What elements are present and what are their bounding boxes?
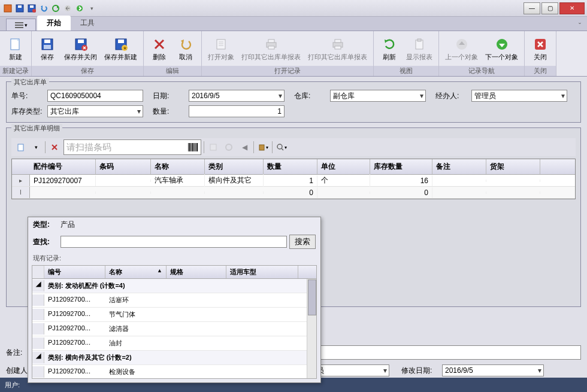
svg-rect-32 <box>335 46 341 49</box>
agent-label: 经办人: <box>435 91 469 101</box>
col-code[interactable]: 配件编号 <box>30 159 96 174</box>
popup-grid: 编号 名称 ▲ 规格 适用车型 ◢类别: 发动机配件 (计数=4) PJ1209… <box>32 265 317 379</box>
tab-tools[interactable]: 工具 <box>71 16 104 31</box>
cancel-button[interactable]: 取消 <box>173 36 199 63</box>
undo-icon <box>178 37 193 51</box>
svg-rect-20 <box>118 39 124 43</box>
save-button[interactable]: 保存 <box>34 36 60 63</box>
svg-text:★: ★ <box>122 45 126 51</box>
svg-rect-4 <box>30 5 34 8</box>
popup-item-row[interactable]: PJ12092700...活塞环 <box>32 293 316 308</box>
popup-scrollbar[interactable] <box>307 279 316 378</box>
warehouse-combo[interactable]: 副仓库 <box>330 90 426 102</box>
pcol-spec[interactable]: 规格 <box>167 266 226 278</box>
svg-rect-29 <box>268 46 274 49</box>
svg-rect-45 <box>196 143 198 151</box>
close-button[interactable]: 关闭 <box>527 36 553 63</box>
collapse-icon[interactable]: ◢ <box>32 280 44 291</box>
header-fieldset: 其它出库单 单号: 日期: 2016/9/5 仓库: 副仓库 经办人: 管理员 … <box>6 81 581 123</box>
next-icon[interactable] <box>74 3 85 14</box>
minimize-button[interactable]: — <box>524 2 540 14</box>
table-row-new[interactable]: I 0 0 <box>12 187 575 199</box>
popup-group-row[interactable]: ◢类别: 横向件及其它 (计数=2) <box>32 351 316 365</box>
pcol-model[interactable]: 适用车型 <box>226 266 298 278</box>
moddate-combo[interactable]: 2016/9/5 <box>442 364 544 376</box>
app-icon <box>2 3 13 14</box>
maximize-button[interactable]: ▢ <box>541 2 558 14</box>
tab-start[interactable]: 开始 <box>37 16 71 31</box>
toolbar-prev-icon: ◀ <box>238 141 251 154</box>
col-qty[interactable]: 数量 <box>264 159 317 174</box>
date-combo[interactable]: 2016/9/5 <box>189 90 285 102</box>
popup-item-row[interactable]: PJ12092700...油封 <box>32 336 316 351</box>
toolbar-new-icon[interactable] <box>14 141 27 154</box>
warehouse-label: 仓库: <box>294 91 328 101</box>
toolbar-search-icon[interactable]: ▾ <box>275 141 288 154</box>
popup-existing-label: 现有记录: <box>28 251 320 265</box>
popup-group-row[interactable]: ◢类别: 发动机配件 (计数=4) <box>32 279 316 293</box>
pcol-name[interactable]: 名称 ▲ <box>105 266 167 278</box>
delete-icon <box>152 37 167 51</box>
undo-icon[interactable] <box>38 3 49 14</box>
save-new-button[interactable]: ★保存并新建 <box>101 36 141 63</box>
pcol-code[interactable]: 编号 <box>44 266 105 278</box>
clipboard-icon <box>412 37 426 51</box>
toolbar-dropdown-icon[interactable]: ▾ <box>29 141 43 154</box>
popup-item-row[interactable]: PJ12092700...节气门体 <box>32 308 316 322</box>
table-row[interactable]: ▸ PJ1209270007 汽车轴承 横向件及其它 1 个 16 <box>12 175 575 187</box>
svg-rect-42 <box>192 143 193 151</box>
close-icon <box>533 37 547 51</box>
toolbar-delete-icon[interactable] <box>48 141 61 154</box>
svg-point-47 <box>226 144 232 150</box>
popup-item-row[interactable]: PJ12092700...检测设备 <box>32 365 316 379</box>
popup-search-input[interactable] <box>60 236 287 248</box>
date-label: 日期: <box>153 91 186 101</box>
barcode-scan-input[interactable]: 请扫描条码 <box>63 139 201 155</box>
status-user-label: 用户: <box>5 381 20 390</box>
group-close-label: 关闭 <box>525 66 556 76</box>
svg-point-5 <box>32 9 36 13</box>
save-close-icon[interactable] <box>26 3 37 14</box>
col-category[interactable]: 类别 <box>205 159 264 174</box>
svg-rect-48 <box>259 145 264 150</box>
ribbon-collapse-icon[interactable]: ˇ <box>579 22 581 31</box>
col-unit[interactable]: 单位 <box>317 159 370 174</box>
save-new-icon: ★ <box>114 37 128 51</box>
next-object-button[interactable]: 下一个对象 <box>482 36 522 63</box>
delete-button[interactable]: 删除 <box>146 36 173 63</box>
toolbar-edit-icon <box>207 141 220 154</box>
svg-rect-10 <box>15 25 23 26</box>
content-area: 其它出库单 单号: 日期: 2016/9/5 仓库: 副仓库 经办人: 管理员 … <box>0 77 587 378</box>
svg-rect-2 <box>18 5 22 8</box>
window-close-button[interactable]: ✕ <box>559 2 585 14</box>
printer-icon <box>331 37 345 51</box>
qty-input[interactable] <box>189 105 285 117</box>
refresh-button[interactable]: 刷新 <box>376 36 403 63</box>
print-report2-button: 打印其它出库单报表 <box>304 36 371 63</box>
prev-icon[interactable] <box>62 3 73 14</box>
lookup-popup: 类型: 产品 查找: 搜索 现有记录: 编号 名称 ▲ 规格 适用车型 ◢类别:… <box>28 217 321 383</box>
col-shelf[interactable]: 货架 <box>486 159 540 174</box>
app-menu-button[interactable]: ▾ <box>6 19 36 31</box>
agent-combo[interactable]: 管理员 <box>471 90 567 102</box>
svg-point-8 <box>77 5 83 11</box>
redo-icon[interactable] <box>50 3 61 14</box>
svg-point-49 <box>277 144 282 149</box>
col-barcode[interactable]: 条码 <box>96 159 151 174</box>
collapse-icon[interactable]: ◢ <box>32 352 44 363</box>
header-legend: 其它出库单 <box>11 78 49 87</box>
new-button[interactable]: 新建 <box>2 36 29 63</box>
save-close-button[interactable]: 保存并关闭 <box>60 36 101 63</box>
col-stock[interactable]: 库存数量 <box>370 159 432 174</box>
qat-dropdown-icon[interactable]: ▾ <box>86 3 97 14</box>
col-note[interactable]: 备注 <box>432 159 486 174</box>
stocktype-combo[interactable]: 其它出库 <box>47 105 143 117</box>
sort-asc-icon: ▲ <box>157 268 162 274</box>
col-name[interactable]: 名称 <box>151 159 205 174</box>
toolbar-paste-icon[interactable]: ▾ <box>256 141 270 154</box>
popup-item-row[interactable]: PJ12092700...滤清器 <box>32 322 316 336</box>
billno-input[interactable] <box>47 90 143 102</box>
save-icon[interactable] <box>14 3 25 14</box>
arrow-up-icon <box>455 37 469 51</box>
popup-search-button[interactable]: 搜索 <box>289 235 316 249</box>
